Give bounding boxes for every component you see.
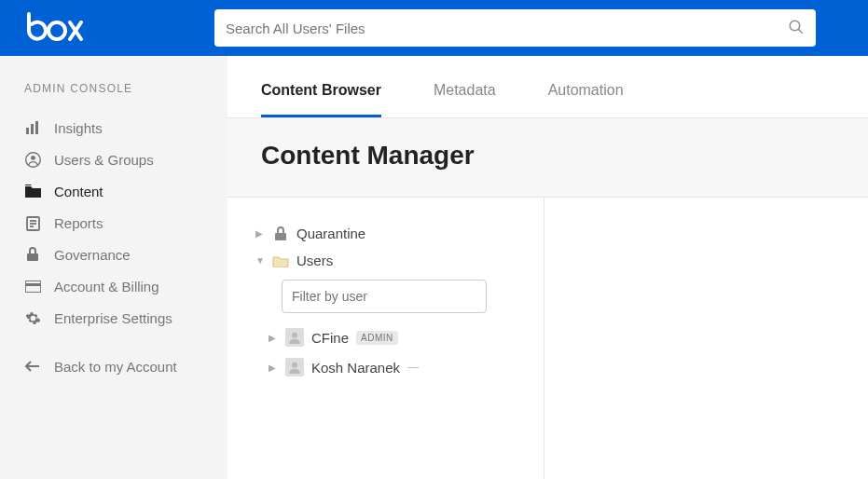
sidebar-item-account-billing[interactable]: Account & Billing [0, 270, 227, 302]
main-content: Content Browser Metadata Automation Cont… [227, 56, 868, 479]
global-search[interactable] [214, 9, 816, 47]
tree-user-name: CFine [311, 330, 349, 346]
sidebar: ADMIN CONSOLE Insights Users & Groups Co… [0, 56, 227, 479]
sidebar-item-content[interactable]: Content [0, 175, 227, 207]
folder-open-icon [272, 254, 289, 267]
bar-chart-icon [24, 119, 41, 136]
tree-user-row[interactable]: ▶ Kosh Naranek — [255, 352, 525, 382]
sidebar-item-enterprise-settings[interactable]: Enterprise Settings [0, 302, 227, 334]
svg-point-0 [48, 22, 65, 39]
svg-rect-14 [25, 283, 41, 286]
tree-user-name: Kosh Naranek [311, 360, 400, 376]
tab-metadata[interactable]: Metadata [434, 82, 496, 117]
svg-rect-13 [25, 281, 41, 293]
sidebar-item-label: Reports [54, 215, 103, 231]
lock-icon [272, 226, 289, 241]
sidebar-item-insights[interactable]: Insights [0, 112, 227, 144]
gear-icon [24, 309, 41, 326]
svg-rect-16 [275, 233, 286, 240]
tree-item-label: Users [296, 253, 333, 268]
filter-user-input[interactable] [282, 280, 487, 313]
sidebar-item-label: Account & Billing [54, 279, 159, 294]
tab-content-browser[interactable]: Content Browser [261, 82, 381, 117]
svg-rect-5 [35, 121, 38, 134]
credit-card-icon [24, 278, 41, 294]
svg-line-2 [798, 29, 803, 34]
page-title: Content Manager [261, 141, 834, 171]
sidebar-item-label: Governance [54, 247, 131, 263]
chevron-down-icon[interactable]: ▼ [255, 255, 265, 266]
chevron-right-icon[interactable]: ▶ [269, 333, 278, 343]
sidebar-item-label: Content [54, 184, 103, 199]
folder-tree: ▶ Quarantine ▼ Users ▶ [227, 198, 544, 479]
svg-point-7 [31, 155, 35, 159]
tree-user-row[interactable]: ▶ CFine ADMIN [255, 322, 525, 352]
tree-item-users[interactable]: ▼ Users [255, 247, 525, 274]
sidebar-item-label: Insights [54, 120, 103, 136]
brand-logo[interactable] [26, 12, 84, 44]
app-header [0, 0, 868, 56]
tree-item-quarantine[interactable]: ▶ Quarantine [255, 220, 525, 247]
svg-point-17 [292, 333, 297, 338]
chevron-right-icon[interactable]: ▶ [255, 228, 265, 239]
svg-rect-3 [26, 128, 29, 134]
sidebar-item-label: Enterprise Settings [54, 310, 172, 326]
arrow-left-icon [24, 358, 41, 375]
sidebar-item-label: Users & Groups [54, 152, 154, 168]
search-icon[interactable] [788, 19, 805, 38]
sidebar-item-reports[interactable]: Reports [0, 207, 227, 239]
svg-point-18 [292, 363, 297, 368]
search-input[interactable] [226, 21, 788, 36]
sidebar-item-users-groups[interactable]: Users & Groups [0, 144, 227, 175]
admin-badge: ADMIN [356, 331, 398, 345]
avatar [285, 328, 304, 347]
svg-point-1 [790, 21, 800, 31]
user-circle-icon [24, 151, 41, 168]
detail-panel [544, 198, 868, 479]
svg-rect-4 [31, 124, 34, 134]
folder-icon [24, 183, 41, 199]
svg-rect-12 [27, 253, 38, 261]
chevron-right-icon[interactable]: ▶ [269, 363, 278, 373]
tab-automation[interactable]: Automation [548, 82, 624, 117]
sidebar-item-governance[interactable]: Governance [0, 239, 227, 270]
lock-icon [24, 246, 41, 263]
page-title-bar: Content Manager [227, 118, 868, 198]
tree-item-label: Quarantine [296, 226, 365, 241]
dash-icon: — [407, 361, 415, 374]
sidebar-item-label: Back to my Account [54, 359, 177, 375]
avatar [285, 358, 304, 376]
tabs: Content Browser Metadata Automation [227, 56, 868, 118]
clipboard-icon [24, 214, 41, 231]
sidebar-item-back[interactable]: Back to my Account [0, 350, 227, 382]
sidebar-heading: ADMIN CONSOLE [0, 82, 227, 112]
